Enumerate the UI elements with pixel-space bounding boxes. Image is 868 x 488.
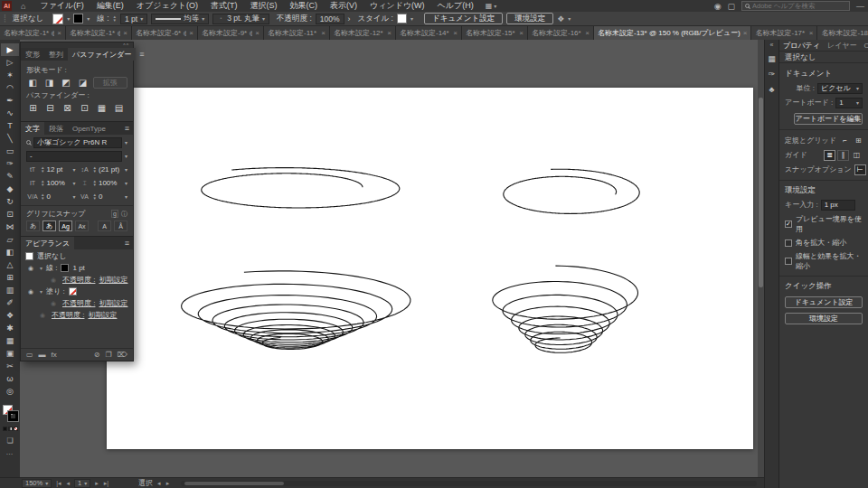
zoom-level-select[interactable]: 150% [22, 479, 52, 488]
close-tab-icon[interactable]: × [255, 29, 259, 37]
help-search-input[interactable] [752, 2, 846, 10]
document-tab[interactable]: 名称未設定-9* @ 1...× [198, 26, 264, 40]
scroll-left-icon[interactable]: ◂ [156, 480, 162, 487]
appearance-row-opacity[interactable]: ◉ 不透明度 : 初期設定 [21, 309, 133, 321]
stepper-icon[interactable]: ▲▼ [41, 193, 44, 201]
panel-menu-icon[interactable]: ≡ [121, 237, 133, 249]
symbol-sprayer-tool[interactable]: ✱ [1, 322, 19, 334]
horizontal-scrollbar-thumb[interactable] [184, 482, 284, 485]
tab-appearance[interactable]: アピアランス [21, 237, 74, 249]
vertical-scale-value[interactable]: 100% [46, 179, 71, 187]
unit-select[interactable]: ピクセル [817, 83, 863, 94]
fill-stroke-indicator[interactable] [1, 404, 19, 422]
slice-tool[interactable]: ✂ [1, 360, 19, 372]
window-minimize-icon[interactable]: — [856, 2, 864, 11]
checkbox-row[interactable]: 線幅と効果を拡大・縮小 [785, 251, 863, 271]
add-new-effect-icon[interactable]: fx [52, 351, 57, 359]
lock-guides-icon[interactable]: ∥ [837, 150, 849, 161]
horizontal-scrollbar[interactable] [181, 481, 757, 486]
chevron-down-icon[interactable] [72, 167, 75, 173]
pen-tool[interactable]: ✒ [1, 94, 19, 107]
quick-document-setup-button[interactable]: ドキュメント設定 [785, 296, 863, 308]
font-style-field[interactable]: - [26, 151, 122, 162]
stepper-icon[interactable]: ▲▼ [93, 193, 97, 201]
last-artboard-icon[interactable]: ▸| [103, 480, 109, 487]
width-tool[interactable]: ⋈ [1, 221, 19, 233]
vertical-scale-control[interactable]: IT ▲▼ 100% [26, 179, 76, 187]
checkbox-row[interactable]: 角を拡大・縮小 [785, 238, 863, 248]
font-family-field[interactable]: 小塚ゴシック Pr6N R [33, 137, 122, 148]
gradient-tool[interactable]: ▥ [1, 284, 19, 296]
libraries-panel-icon[interactable]: ▦ [768, 51, 776, 66]
menubar-item[interactable]: 編集(E) [90, 0, 130, 12]
touch-workspace-icon[interactable]: ❖ [557, 14, 564, 23]
visibility-eye-icon[interactable]: ◉ [25, 288, 36, 296]
expand-button[interactable]: 拡張 [93, 77, 127, 89]
brushes-panel-icon[interactable]: ✑ [769, 66, 776, 81]
clear-appearance-icon[interactable]: ⊘ [94, 351, 100, 359]
font-size-control[interactable]: tT ▲▼ 12 pt [26, 165, 76, 174]
direct-selection-tool[interactable]: ▷ [1, 56, 19, 69]
divide-icon[interactable]: ⊞ [26, 102, 40, 114]
menubar-item[interactable]: ファイル(F) [33, 0, 90, 12]
artboard-select[interactable]: 1 [835, 98, 863, 108]
character-tab[interactable]: 段落 [44, 122, 68, 135]
visibility-eye-icon[interactable]: ◉ [48, 300, 59, 307]
show-guides-icon[interactable]: ≣ [824, 150, 835, 161]
visibility-eye-icon[interactable]: ◉ [48, 277, 59, 284]
chevron-down-icon[interactable] [72, 194, 75, 200]
properties-tab[interactable]: レイヤー [824, 40, 861, 51]
crop-icon[interactable]: ⊡ [78, 102, 91, 114]
properties-tab[interactable]: プロパティ [779, 40, 824, 51]
document-tab[interactable]: 名称未設定-13* @ 150 % (RGB/プレビュー)× [594, 26, 751, 40]
ruler-icon[interactable]: ⌐ [839, 136, 851, 146]
snap-glyph-bounds[interactable]: Ag [59, 221, 72, 231]
toolbar-more-icon[interactable]: … [6, 448, 14, 456]
snap-to-point-icon[interactable]: ⊢ [854, 164, 866, 175]
brush-definition-select[interactable]: ・3 pt. 丸筆 [212, 14, 269, 24]
character-tab[interactable]: 文字 [21, 122, 44, 135]
chevron-down-icon[interactable] [125, 167, 127, 173]
next-artboard-icon[interactable]: ▸ [94, 480, 99, 487]
pathfinder-tab[interactable]: 整列 [44, 48, 68, 61]
document-tab[interactable]: 名称未設定-14* @ ...× [396, 26, 462, 40]
eraser-tool[interactable]: ◆ [1, 183, 19, 195]
expand-arrow-icon[interactable]: ▾ [40, 265, 42, 271]
delete-item-icon[interactable]: ⌦ [118, 351, 127, 359]
shape-builder-tool[interactable]: ◧ [1, 246, 19, 258]
expand-dock-icon[interactable]: « [770, 40, 774, 51]
horizontal-scale-control[interactable]: ⌶ ▲▼ 100% [79, 179, 128, 187]
document-tab[interactable]: 名称未設定-11* @ ...× [264, 26, 330, 40]
close-tab-icon[interactable]: × [189, 29, 193, 37]
snap-x-height[interactable]: Ax [75, 221, 89, 231]
preferences-button[interactable]: 環境設定 [506, 13, 553, 24]
appearance-row-fill-opacity[interactable]: ◉ 不透明度 : 初期設定 [21, 297, 133, 309]
stroke-black-swatch[interactable] [8, 411, 18, 421]
curvature-tool[interactable]: ∿ [1, 107, 19, 119]
none-mode-icon[interactable] [14, 427, 18, 431]
chevron-down-icon[interactable] [125, 194, 127, 200]
menubar-item[interactable]: 表示(V) [324, 0, 363, 12]
symbols-panel-icon[interactable]: ♣ [769, 81, 775, 97]
close-tab-icon[interactable]: × [809, 29, 814, 37]
info-icon[interactable]: ⓘ [121, 210, 127, 219]
chevron-down-icon[interactable] [125, 154, 127, 159]
document-setup-button[interactable]: ドキュメント設定 [424, 13, 503, 24]
scale-tool[interactable]: ⊡ [1, 208, 19, 221]
add-new-fill-icon[interactable]: ▬ [39, 351, 46, 359]
lasso-tool[interactable]: ◠ [1, 81, 19, 94]
stepper-icon[interactable]: ▲▼ [93, 166, 97, 174]
scroll-right-icon[interactable]: ▸ [165, 480, 171, 487]
stroke-swatch[interactable] [61, 264, 69, 272]
vertical-scrollbar[interactable] [758, 40, 764, 477]
checkbox[interactable] [785, 239, 792, 247]
document-tab[interactable]: 名称未設定-15* @ ...× [462, 26, 528, 40]
close-tab-icon[interactable]: × [519, 29, 524, 37]
appearance-row-stroke-opacity[interactable]: ◉ 不透明度 : 初期設定 [21, 274, 133, 286]
document-tab[interactable]: 名称未設定-6* @ 1...× [132, 26, 198, 40]
stepper-icon[interactable]: ▲▼ [41, 166, 44, 174]
document-tab[interactable]: 名称未設定-12* @ ...× [330, 26, 396, 40]
color-mode-icon[interactable] [3, 427, 7, 431]
rotate-tool[interactable]: ↻ [1, 195, 19, 208]
chevron-down-icon[interactable] [125, 181, 127, 186]
